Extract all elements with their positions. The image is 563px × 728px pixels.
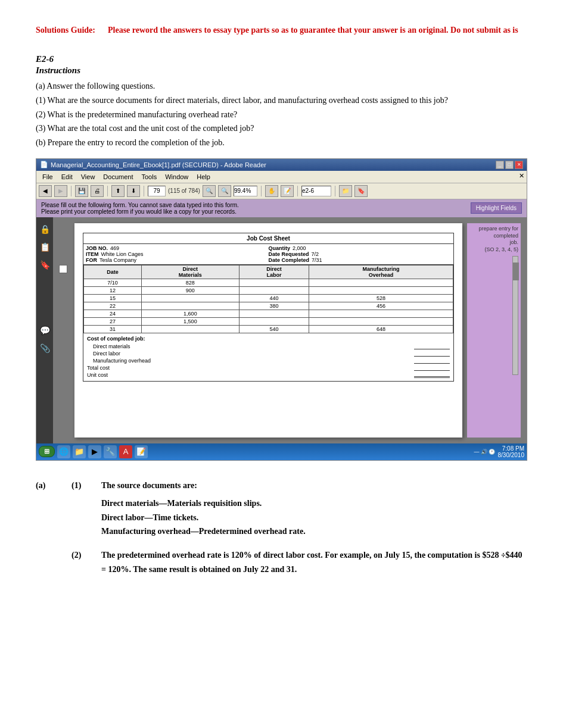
close-button[interactable]: ✕ [515, 161, 523, 169]
answer-a1-items: Direct materials—Materials requisition s… [101, 496, 527, 539]
nav-input[interactable] [301, 186, 331, 196]
panel-attach-icon: 📎 [39, 342, 51, 354]
right-panel: prepare entry for completed job. (SO 2, … [467, 223, 521, 438]
toolbar-prev-page[interactable]: ⬆ [111, 185, 125, 197]
instructions-title: Instructions [36, 65, 527, 76]
panel-lock-icon: 🔒 [39, 223, 51, 235]
content-area: 🔒 📋 🔖 💬 📎 Job Cost Sheet JOB N [36, 217, 527, 443]
toolbar-back[interactable]: ◀ [39, 185, 52, 197]
toolbar-zoom-in[interactable]: 🔍 [218, 185, 231, 197]
answer-a2-spacer [36, 548, 60, 577]
jcs-job-no-value: 469 [110, 245, 119, 251]
answer-1-sublabel: (1) [71, 479, 89, 493]
jcs-item-label: ITEM [86, 251, 99, 257]
taskbar: ⊞ 🌐 📁 ▶ 🔧 A 📝 — 🔊 🕐 7:08 PM 8/30/2010 [36, 443, 527, 460]
jcs-item-row: ITEM White Lion Cages [86, 251, 269, 257]
jcs-item-value: White Lion Cages [101, 251, 144, 257]
menu-file[interactable]: File [39, 172, 57, 182]
answer-a1-item2: Direct labor—Time tickets. [101, 511, 527, 525]
jcs-mfg-overhead-row: Manufacturing overhead [87, 357, 450, 364]
toolbar-zoom-out[interactable]: 🔍 [203, 185, 216, 197]
close-menu-x[interactable]: ✕ [519, 172, 524, 182]
toolbar-select[interactable]: 📝 [281, 185, 294, 197]
answer-a1-item1: Direct materials—Materials requisition s… [101, 496, 527, 511]
jcs-date-requested-value: 7/2 [312, 251, 319, 257]
menu-edit[interactable]: Edit [58, 172, 76, 182]
taskbar-icon-pdf[interactable]: A [119, 445, 132, 458]
jcs-title: Job Cost Sheet [83, 233, 453, 244]
jcs-date-requested-label: Date Requested [269, 251, 309, 257]
table-row: 271,500 [84, 317, 453, 325]
toolbar-icon-b[interactable]: 🔖 [354, 185, 368, 197]
zoom-input[interactable] [234, 186, 257, 196]
col-date: Date [84, 265, 142, 279]
table-row: 7/10828 [84, 279, 453, 286]
sep2 [107, 186, 108, 196]
jcs-for-value: Tesla Company [99, 257, 136, 263]
menu-window[interactable]: Window [161, 172, 192, 182]
answer-section: (a) (1) The source documents are: Direct… [36, 479, 527, 577]
instruction-b: (b) Prepare the entry to record the comp… [36, 136, 527, 150]
scroll-track[interactable] [512, 256, 518, 375]
toolbar-icon-a[interactable]: 📁 [339, 185, 352, 197]
checkbox-area [59, 265, 67, 438]
sep6 [335, 186, 335, 196]
taskbar-icon-media[interactable]: ▶ [88, 445, 101, 458]
taskbar-icon-folder[interactable]: 📁 [73, 445, 86, 458]
answer-a1-title: The source documents are: [101, 479, 527, 493]
pdf-icon: 📄 [40, 161, 48, 168]
annotation-line3: (SO 2, 3, 4, 5) [484, 246, 518, 252]
minimize-button[interactable]: _ [496, 161, 504, 169]
scroll-thumb[interactable] [513, 263, 519, 280]
toolbar-forward[interactable]: ▶ [54, 185, 67, 197]
jcs-for-row: FOR Tesla Company [86, 257, 269, 263]
menu-view[interactable]: View [77, 172, 99, 182]
jcs-date-requested-row: Date Requested 7/2 [269, 251, 452, 257]
menu-document[interactable]: Document [99, 172, 136, 182]
instruction-2: (2) What is the predetermined manufactur… [36, 108, 527, 122]
table-row: 22380456 [84, 302, 453, 310]
toolbar-next-page[interactable]: ⬇ [127, 185, 140, 197]
table-row: 241,600 [84, 310, 453, 317]
sep3 [144, 186, 144, 196]
restore-button[interactable]: □ [505, 161, 514, 169]
clock-time: 7:08 PM [498, 445, 525, 452]
job-cost-sheet: Job Cost Sheet JOB NO. 469 Quantity 2,00… [83, 233, 454, 382]
title-bar-controls[interactable]: _ □ ✕ [496, 161, 523, 169]
toolbar-hand[interactable]: ✋ [265, 185, 278, 197]
jcs-direct-labor-row: Direct labor [87, 350, 450, 357]
toolbar: ◀ ▶ 💾 🖨 ⬆ ⬇ (115 of 784) 🔍 🔍 ✋ 📝 📁 🔖 [36, 183, 527, 199]
answer-a-label: (a) [36, 479, 60, 493]
jcs-info-grid: JOB NO. 469 Quantity 2,000 ITEM White Li… [83, 244, 453, 265]
answer-2-sublabel: (2) [71, 548, 89, 577]
start-button[interactable]: ⊞ [39, 446, 55, 457]
jcs-footer-title: Cost of completed job: [87, 336, 450, 342]
notification-bar: Please fill out the following form. You … [36, 199, 527, 217]
sep5 [297, 186, 298, 196]
jcs-date-completed-value: 7/31 [312, 257, 322, 263]
toolbar-save[interactable]: 💾 [75, 185, 88, 197]
menu-tools[interactable]: Tools [138, 172, 161, 182]
taskbar-tray: — 🔊 🕐 7:08 PM 8/30/2010 [474, 445, 524, 458]
checkbox[interactable] [59, 265, 67, 273]
toolbar-print[interactable]: 🖨 [91, 185, 104, 197]
tray-icons: — 🔊 🕐 [474, 449, 495, 455]
jcs-job-no-label: JOB NO. [86, 245, 108, 251]
annotation-line1: prepare entry for completed [478, 226, 518, 239]
menu-bar: File Edit View Document Tools Window Hel… [36, 171, 527, 183]
instruction-a: (a) Answer the following questions. [36, 79, 527, 93]
answer-a2-text: The predetermined overhead rate is 120% … [101, 548, 527, 577]
highlight-fields-button[interactable]: Highlight Fields [471, 202, 522, 214]
col-overhead: ManufacturingOverhead [309, 265, 453, 279]
screenshot-window: 📄 Managerial_Accounting_Entire_Ebook[1].… [36, 158, 527, 461]
taskbar-icon-tool[interactable]: 🔧 [104, 445, 117, 458]
page-area: Job Cost Sheet JOB NO. 469 Quantity 2,00… [53, 217, 527, 443]
taskbar-icon-ie[interactable]: 🌐 [57, 445, 70, 458]
jcs-total-cost-row: Total cost [87, 364, 450, 371]
page-number-input[interactable] [148, 186, 166, 196]
jcs-direct-materials-row: Direct materials [87, 343, 450, 350]
answer-a1-row: (a) (1) The source documents are: [36, 479, 527, 493]
right-annotation: prepare entry for completed job. (SO 2, … [469, 226, 518, 254]
menu-help[interactable]: Help [193, 172, 214, 182]
taskbar-icon-doc[interactable]: 📝 [135, 445, 148, 458]
